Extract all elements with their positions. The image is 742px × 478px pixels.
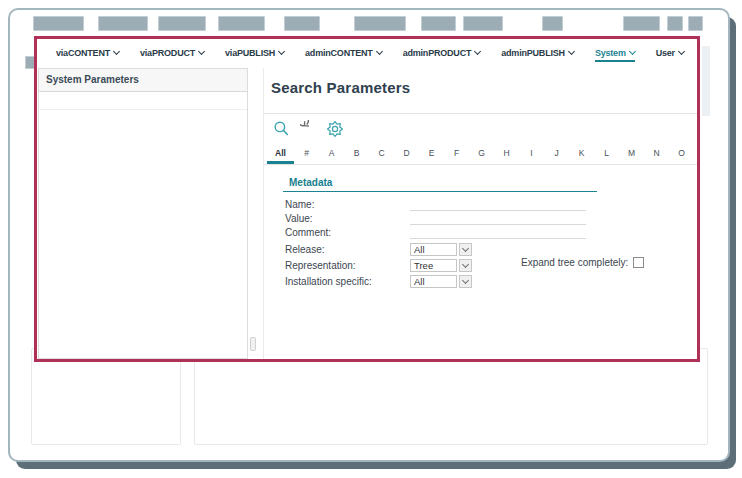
release-label: Release: [283,244,410,255]
chevron-down-icon [462,245,469,252]
page-title: Search Parameters [271,79,410,96]
redacted-block [98,16,148,31]
comment-label: Comment: [283,227,410,238]
representation-select-button[interactable] [459,259,472,272]
name-input[interactable] [410,198,586,211]
nav-item-label: System [595,48,626,58]
redacted-block [688,16,703,31]
nav-item-label: viaPRODUCT [140,48,195,58]
chevron-down-icon [376,48,383,55]
metadata-section-title: Metadata [283,177,597,192]
tab-g[interactable]: G [469,143,494,164]
reset-button[interactable] [299,120,317,138]
value-input[interactable] [410,212,586,225]
redacted-block [421,16,456,31]
installation-specific-select-button[interactable] [459,275,472,288]
tab-f[interactable]: F [444,143,469,164]
installation-specific-label: Installation specific: [283,276,410,287]
search-icon [273,120,290,137]
installation-specific-select-value: All [410,275,457,288]
system-parameters-title: System Parameters [46,74,139,85]
tab-n[interactable]: N [644,143,669,164]
tab-h[interactable]: H [494,143,519,164]
comment-input[interactable] [410,226,586,239]
tab-a[interactable]: A [319,143,344,164]
scrollbar-strip[interactable] [702,46,710,116]
chevron-down-icon [462,261,469,268]
tab-hash[interactable]: # [294,143,319,164]
tab-j[interactable]: J [544,143,569,164]
redacted-block [158,16,206,31]
tab-e[interactable]: E [419,143,444,164]
system-parameters-panel: System Parameters [38,68,248,359]
release-select-value: All [410,243,457,256]
name-label: Name: [283,199,410,210]
tab-d[interactable]: D [394,143,419,164]
search-parameters-panel: Search Parameters [263,68,697,359]
form-row-value: Value: [283,211,597,225]
redacted-block [354,16,406,31]
redacted-block [33,16,84,31]
tab-c[interactable]: C [369,143,394,164]
nav-item-viapublish[interactable]: viaPUBLISH [225,48,284,58]
search-button[interactable] [272,120,290,138]
nav-item-label: adminCONTENT [305,48,373,58]
nav-item-viacontent[interactable]: viaCONTENT [56,48,119,58]
form-row-release: Release: All [283,242,597,257]
chevron-down-icon [198,48,205,55]
release-select[interactable]: All [410,243,472,256]
nav-item-system[interactable]: System [595,48,635,62]
tab-i[interactable]: I [519,143,544,164]
chevron-down-icon [278,48,285,55]
representation-select-value: Tree [410,259,457,272]
search-parameters-titlebar: Search Parameters [264,68,697,114]
chevron-down-icon [474,48,481,55]
panel-splitter-handle[interactable] [250,337,256,351]
value-label: Value: [283,213,410,224]
nav-item-viaproduct[interactable]: viaPRODUCT [140,48,204,58]
nav-item-label: viaPUBLISH [225,48,275,58]
chevron-down-icon [113,48,120,55]
form-row-comment: Comment: [283,225,597,239]
tab-k[interactable]: K [569,143,594,164]
nav-item-user[interactable]: User [656,48,684,58]
redacted-block [623,16,660,31]
nav-item-admincontent[interactable]: adminCONTENT [305,48,382,58]
chevron-down-icon [629,48,636,55]
tab-b[interactable]: B [344,143,369,164]
tab-all[interactable]: All [267,143,294,164]
settings-icon [326,120,344,138]
redacted-block [542,16,563,31]
form-row-installation-specific: Installation specific: All [283,274,597,289]
main-nav: viaCONTENT viaPRODUCT viaPUBLISH adminCO… [37,39,697,66]
search-toolbar [264,114,697,143]
release-select-button[interactable] [459,243,472,256]
redacted-block [284,16,320,31]
representation-label: Representation: [283,260,410,271]
chevron-down-icon [678,48,685,55]
nav-item-adminproduct[interactable]: adminPRODUCT [403,48,481,58]
chevron-down-icon [462,277,469,284]
form-row-name: Name: [283,197,597,211]
tab-l[interactable]: L [594,143,619,164]
system-parameters-header: System Parameters [39,69,247,92]
tab-m[interactable]: M [619,143,644,164]
chevron-down-icon [568,48,575,55]
settings-button[interactable] [326,120,344,138]
expand-tree-group: Expand tree completely: [521,257,644,268]
metadata-form: Name: Value: Comment: Release: All [283,197,597,289]
tab-o[interactable]: O [669,143,694,164]
nav-item-label: adminPUBLISH [501,48,565,58]
background-main-panel [194,348,708,445]
redacted-block [463,16,503,31]
installation-specific-select[interactable]: All [410,275,472,288]
highlighted-region: viaCONTENT viaPRODUCT viaPUBLISH adminCO… [34,36,700,362]
representation-select[interactable]: Tree [410,259,472,272]
expand-tree-label: Expand tree completely: [521,257,628,268]
nav-item-adminpublish[interactable]: adminPUBLISH [501,48,574,58]
background-left-panel [31,348,181,445]
tree-empty-row [39,92,247,110]
redacted-block [218,16,265,31]
nav-item-label: adminPRODUCT [403,48,472,58]
expand-tree-checkbox[interactable] [633,257,644,268]
